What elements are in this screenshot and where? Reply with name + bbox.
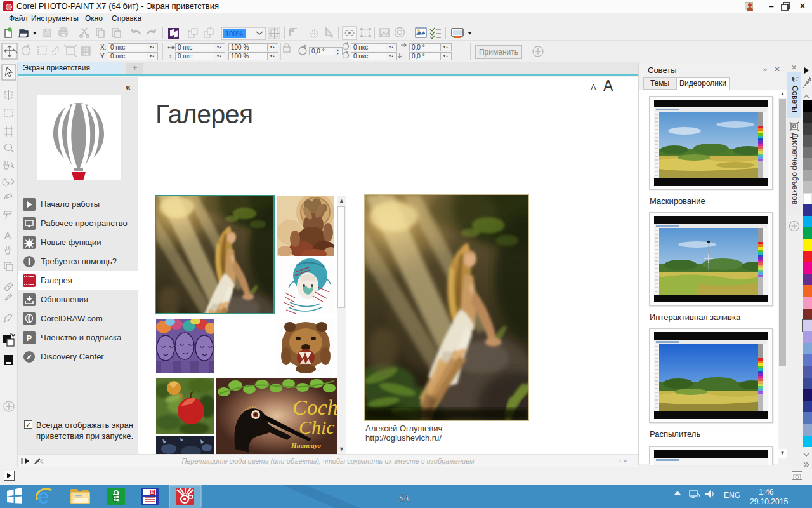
svg-text:P: P <box>27 333 32 343</box>
svg-text:↕: ↕ <box>169 53 172 60</box>
svg-text:SA: SA <box>398 493 410 503</box>
svg-text:Chic: Chic <box>299 417 335 438</box>
svg-text:Huancayo -: Huancayo - <box>291 441 325 449</box>
svg-text:1:46: 1:46 <box>759 488 774 497</box>
svg-text:100%: 100% <box>225 30 243 37</box>
svg-text:29.10.2015: 29.10.2015 <box>750 497 788 506</box>
svg-text:E: E <box>151 490 154 495</box>
svg-text:Coch: Coch <box>292 396 337 419</box>
svg-text:ENG: ENG <box>724 491 740 500</box>
svg-text:A: A <box>4 230 11 241</box>
